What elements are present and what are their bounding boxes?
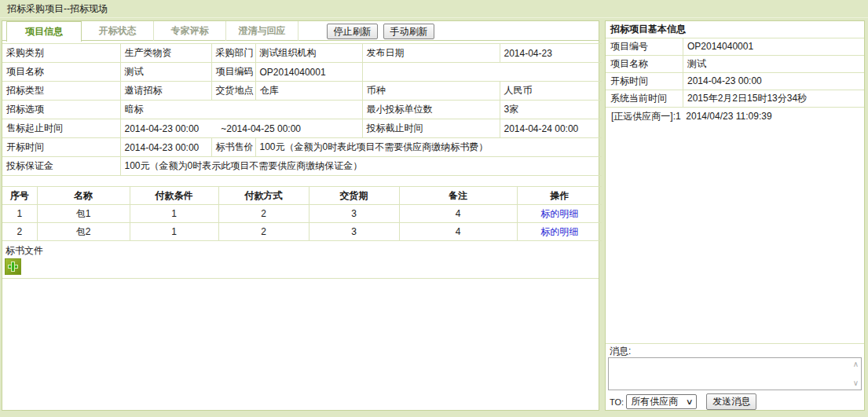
chevron-down-icon: ∨ (686, 397, 694, 406)
cell-name: 包2 (37, 223, 130, 241)
field-label: 采购类别 (2, 44, 120, 63)
bid-scene-panel: 项目信息 开标状态 专家评标 澄清与回应 停止刷新 手动刷新 采购类别 生产类物… (2, 20, 599, 411)
tab-bid-opening-status[interactable]: 开标状态 (82, 21, 154, 41)
field-label: 发布日期 (362, 44, 500, 63)
field-value: 邀请招标 (120, 82, 211, 101)
send-message-button[interactable]: 发送消息 (706, 393, 756, 410)
column-header: 名称 (37, 187, 130, 205)
info-row: 售标起止时间 2014-04-23 00:00~2014-04-25 00:00… (2, 119, 602, 138)
field-label: 最小投标单位数 (362, 101, 500, 119)
tab-project-info[interactable]: 项目信息 (6, 21, 82, 42)
tab-expert-evaluation[interactable]: 专家评标 (154, 21, 226, 41)
packages-table: 序号 名称 付款条件 付款方式 交货期 备注 操作 1 包1 1 2 3 4 标… (2, 186, 602, 241)
field-value: 2014-04-23 00:00 (120, 138, 211, 157)
field-label: 项目编码 (211, 63, 255, 82)
cell-action: 标的明细 (517, 223, 602, 241)
field-value: 暗标 (120, 101, 362, 119)
field-value: 3家 (500, 101, 602, 119)
cell-pay-method: 2 (218, 205, 309, 223)
cell-seq: 2 (2, 223, 37, 241)
tab-label: 开标状态 (99, 25, 137, 36)
field-value: 2014-04-23 (500, 44, 602, 63)
tab-label: 专家评标 (171, 25, 209, 36)
cell-remark: 4 (399, 205, 517, 223)
column-header: 序号 (2, 187, 37, 205)
field-value: 仓库 (255, 82, 362, 101)
package-detail-link[interactable]: 标的明细 (540, 226, 578, 237)
field-label: 投标保证金 (2, 157, 120, 176)
message-compose-section: 消息: ∧ ∨ TO: 所有供应商 ∨ 发送消息 (606, 344, 864, 410)
cell-delivery: 3 (309, 223, 399, 241)
field-value: 2014-04-24 00:00 (500, 119, 602, 138)
basic-info-row: 项目编号 OP2014040001 (606, 38, 864, 56)
cell-pay-condition: 1 (130, 223, 218, 241)
package-detail-link[interactable]: 标的明细 (540, 208, 578, 219)
basic-info-row: 开标时间 2014-04-23 00:00 (606, 73, 864, 90)
message-textarea-wrap: ∧ ∨ (608, 357, 862, 390)
field-value: 测试组织机构 (255, 44, 362, 63)
tab-label: 澄清与回应 (239, 25, 286, 36)
tab-clarification-response[interactable]: 澄清与回应 (226, 21, 298, 41)
sale-end-time: ~2014-04-25 00:00 (221, 123, 301, 134)
field-value: 测试 (683, 56, 706, 72)
bid-docs-section: 标书文件 (2, 241, 599, 279)
to-label: TO: (610, 397, 624, 407)
window-title-bar: 招标采购项目--招标现场 (0, 0, 868, 18)
page-title: 招标采购项目--招标现场 (7, 3, 108, 14)
basic-info-row: 项目名称 测试 (606, 56, 864, 73)
field-label: 项目名称 (606, 56, 683, 72)
field-value: 2015年2月2日15时13分34秒 (683, 90, 807, 107)
info-row: 项目名称 测试 项目编码 OP2014040001 (2, 63, 602, 82)
column-header: 备注 (399, 187, 517, 205)
info-row: 招标类型 邀请招标 交货地点 仓库 币种 人民币 (2, 82, 602, 101)
info-row: 投标保证金 100元（金额为0时表示此项目不需要供应商缴纳保证金） (2, 157, 602, 176)
cell-pay-method: 2 (218, 223, 309, 241)
message-label: 消息: (607, 345, 863, 357)
field-value: OP2014040001 (683, 38, 753, 55)
cell-remark: 4 (399, 223, 517, 241)
recipient-selected-value: 所有供应商 (631, 395, 678, 408)
column-header: 操作 (517, 187, 602, 205)
tab-strip: 项目信息 开标状态 专家评标 澄清与回应 停止刷新 手动刷新 (2, 21, 599, 41)
project-info-table: 采购类别 生产类物资 采购部门 测试组织机构 发布日期 2014-04-23 项… (2, 43, 602, 176)
message-entry: [正远供应商一]:1 2014/04/23 11:09:39 (611, 110, 859, 123)
package-row: 1 包1 1 2 3 4 标的明细 (2, 205, 602, 223)
field-label: 投标截止时间 (362, 119, 500, 138)
field-label: 标书售价 (211, 138, 255, 157)
manual-refresh-button[interactable]: 手动刷新 (383, 24, 434, 39)
cell-name: 包1 (37, 205, 130, 223)
info-row: 开标时间 2014-04-23 00:00 标书售价 100元（金额为0时表此项… (2, 138, 602, 157)
sale-start-time: 2014-04-23 00:00 (125, 123, 200, 134)
field-value: 测试 (120, 63, 211, 82)
message-input[interactable] (608, 357, 862, 390)
field-label: 采购部门 (211, 44, 255, 63)
field-value: 2014-04-23 00:00 (683, 73, 762, 90)
basic-info-title: 招标项目基本信息 (606, 21, 864, 38)
package-row: 2 包2 1 2 3 4 标的明细 (2, 223, 602, 241)
field-value: 100元（金额为0时表示此项目不需要供应商缴纳保证金） (120, 157, 602, 176)
column-header: 交货期 (309, 187, 399, 205)
field-value: 2014-04-23 00:00~2014-04-25 00:00 (120, 119, 362, 138)
cell-seq: 1 (2, 205, 37, 223)
recipient-select[interactable]: 所有供应商 ∨ (626, 394, 697, 409)
field-label: 币种 (362, 82, 500, 101)
cell-action: 标的明细 (517, 205, 602, 223)
field-value: 生产类物资 (120, 44, 211, 63)
cell-delivery: 3 (309, 205, 399, 223)
add-file-button[interactable] (5, 258, 21, 275)
column-header: 付款条件 (130, 187, 218, 205)
field-label: 售标起止时间 (2, 119, 120, 138)
field-value: OP2014040001 (255, 63, 362, 82)
basic-info-panel: 招标项目基本信息 项目编号 OP2014040001 项目名称 测试 开标时间 … (605, 20, 865, 411)
send-row: TO: 所有供应商 ∨ 发送消息 (607, 393, 863, 410)
bid-docs-label: 标书文件 (2, 243, 599, 258)
field-label: 项目名称 (2, 63, 120, 82)
field-value-empty (362, 63, 602, 82)
field-value: 人民币 (500, 82, 602, 101)
stop-refresh-button[interactable]: 停止刷新 (327, 24, 378, 39)
info-row: 招标选项 暗标 最小投标单位数 3家 (2, 101, 602, 119)
field-label: 招标选项 (2, 101, 120, 119)
basic-info-row: 系统当前时间 2015年2月2日15时13分34秒 (606, 90, 864, 108)
field-label: 系统当前时间 (606, 90, 683, 107)
info-row: 采购类别 生产类物资 采购部门 测试组织机构 发布日期 2014-04-23 (2, 44, 602, 63)
